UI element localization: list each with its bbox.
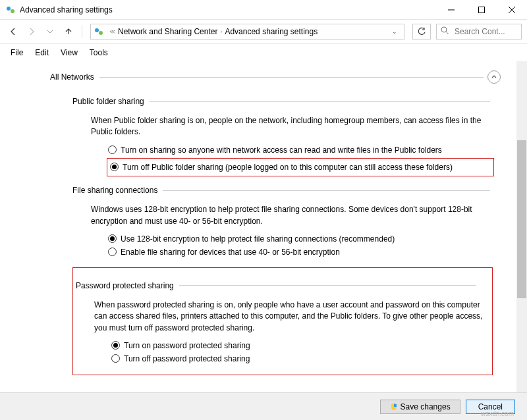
chevron-right-icon: ›: [220, 28, 222, 35]
subsection-label: Public folder sharing: [72, 97, 144, 106]
radio-public-off[interactable]: Turn off Public folder sharing (people l…: [110, 162, 491, 173]
radio-label: Turn on sharing so anyone with network a…: [121, 145, 442, 156]
search-icon: [441, 26, 449, 37]
button-label: Cancel: [478, 402, 503, 411]
maximize-button[interactable]: [466, 0, 497, 20]
svg-line-9: [446, 32, 449, 34]
password-desc: When password protected sharing is on, o…: [94, 300, 484, 334]
separator-line: [163, 190, 490, 191]
radio-label: Turn on password protected sharing: [124, 340, 250, 352]
recent-button[interactable]: [42, 24, 58, 39]
refresh-button[interactable]: [412, 24, 431, 39]
breadcrumb[interactable]: ≪ Network and Sharing Center › Advanced …: [90, 24, 404, 39]
section-all-networks[interactable]: All Networks: [50, 66, 501, 88]
separator-line: [179, 285, 476, 286]
radio-icon[interactable]: [111, 354, 120, 363]
svg-point-7: [99, 31, 103, 35]
scrollbar[interactable]: [516, 61, 527, 397]
radio-4056bit[interactable]: Enable file sharing for devices that use…: [108, 247, 490, 258]
scrollbar-thumb[interactable]: [517, 140, 526, 298]
menu-edit[interactable]: Edit: [30, 47, 54, 59]
subsection-label: Password protected sharing: [76, 281, 174, 290]
close-button[interactable]: [497, 0, 527, 20]
menu-file[interactable]: File: [5, 47, 28, 59]
radio-icon[interactable]: [108, 145, 117, 154]
separator: [82, 25, 82, 38]
radio-label: Enable file sharing for devices that use…: [121, 247, 340, 258]
section-label: All Networks: [50, 72, 94, 82]
up-button[interactable]: [61, 24, 76, 39]
breadcrumb-current[interactable]: Advanced sharing settings: [225, 27, 318, 36]
minimize-button[interactable]: [436, 0, 466, 20]
chevron-icon: ≪: [109, 28, 115, 35]
radio-icon[interactable]: [108, 248, 117, 256]
file-sharing-desc: Windows uses 128-bit encryption to help …: [91, 204, 490, 227]
collapse-icon[interactable]: [487, 70, 501, 84]
cancel-button[interactable]: Cancel: [466, 400, 515, 414]
radio-128bit[interactable]: Use 128-bit encryption to help protect f…: [108, 234, 490, 245]
breadcrumb-icon: [94, 26, 104, 37]
radio-password-on[interactable]: Turn on password protected sharing: [111, 340, 476, 352]
radio-label: Turn off password protected sharing: [124, 354, 250, 365]
svg-point-8: [441, 27, 447, 32]
shield-icon: [390, 403, 398, 411]
chevron-down-icon[interactable]: ⌄: [388, 28, 401, 35]
breadcrumb-parent[interactable]: Network and Sharing Center: [118, 27, 217, 36]
svg-point-6: [95, 28, 99, 32]
public-folder-desc: When Public folder sharing is on, people…: [91, 115, 490, 138]
svg-point-1: [11, 9, 14, 13]
radio-icon[interactable]: [111, 341, 120, 350]
svg-rect-3: [479, 7, 485, 13]
forward-button[interactable]: [24, 24, 40, 39]
app-icon: [5, 5, 16, 15]
subsection-file-sharing: File sharing connections: [72, 183, 490, 197]
radio-public-on[interactable]: Turn on sharing so anyone with network a…: [108, 145, 490, 156]
radio-label: Use 128-bit encryption to help protect f…: [121, 234, 395, 245]
radio-password-off[interactable]: Turn off password protected sharing: [111, 354, 476, 365]
separator-line: [99, 77, 484, 78]
back-button[interactable]: [5, 24, 21, 39]
search-input[interactable]: Search Cont...: [436, 24, 522, 39]
subsection-password: Password protected sharing: [76, 278, 476, 293]
subsection-public-folder: Public folder sharing: [72, 94, 490, 109]
menu-view[interactable]: View: [55, 47, 83, 59]
subsection-label: File sharing connections: [72, 186, 157, 195]
separator-line: [150, 101, 490, 102]
save-changes-button[interactable]: Save changes: [380, 400, 460, 414]
window-title: Advanced sharing settings: [20, 5, 436, 14]
menu-tools[interactable]: Tools: [84, 47, 113, 59]
radio-label: Turn off Public folder sharing (people l…: [123, 162, 453, 173]
radio-icon[interactable]: [108, 234, 117, 243]
svg-point-0: [7, 7, 11, 11]
search-placeholder: Search Cont...: [455, 27, 505, 36]
button-label: Save changes: [401, 402, 451, 411]
radio-icon[interactable]: [110, 163, 119, 171]
